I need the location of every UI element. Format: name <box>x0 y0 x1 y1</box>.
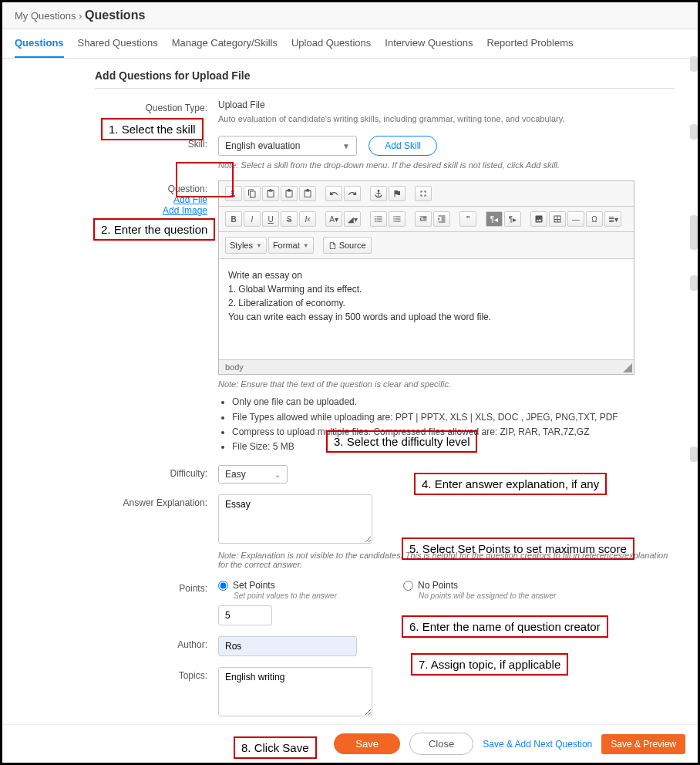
rich-text-editor: B I U S Ix A▾ ◢▾ " ¶◂ <box>218 180 634 375</box>
editor-body[interactable]: Write an essay on 1. Global Warming and … <box>219 259 634 359</box>
bold-icon[interactable]: B <box>225 211 242 227</box>
breadcrumb: My Questions › Questions <box>2 2 698 29</box>
close-button[interactable]: Close <box>409 733 473 755</box>
text-color-icon[interactable]: A▾ <box>325 211 342 227</box>
footer-actions: Save Close Save & Add Next Question Save… <box>2 724 698 763</box>
skill-note: Note: Select a skill from the drop-down … <box>218 160 675 170</box>
special-char-icon[interactable]: Ω <box>586 211 603 227</box>
source-button[interactable]: Source <box>323 237 372 254</box>
indent-icon[interactable] <box>433 211 450 227</box>
undo-icon[interactable] <box>325 186 342 201</box>
bullet-list-icon[interactable] <box>389 211 406 227</box>
numbered-list-icon[interactable] <box>370 211 387 227</box>
resize-grip-icon[interactable] <box>623 363 632 372</box>
add-skill-button[interactable]: Add Skill <box>369 136 437 156</box>
save-add-next-link[interactable]: Save & Add Next Question <box>483 739 592 750</box>
question-type-value: Upload File <box>218 99 675 110</box>
save-preview-button[interactable]: Save & Preview <box>601 734 685 754</box>
paste-icon[interactable] <box>262 186 279 201</box>
topics-field[interactable]: English writing <box>218 667 372 716</box>
label-question-type: Question Type: <box>95 99 218 113</box>
label-difficulty: Difficulty: <box>95 465 218 479</box>
chevron-down-icon: ▼ <box>342 142 350 150</box>
tab-upload-questions[interactable]: Upload Questions <box>291 29 371 58</box>
editor-toolbar-row3: Styles▼ Format▼ Source <box>219 232 634 259</box>
rule-item: File Types allowed while uploading are: … <box>232 410 675 425</box>
add-image-link[interactable]: Add Image <box>163 205 207 216</box>
difficulty-dropdown[interactable]: Easy ⌄ <box>218 465 288 484</box>
editor-status: body <box>219 359 634 374</box>
save-button[interactable]: Save <box>334 733 400 754</box>
breadcrumb-current: Questions <box>85 8 145 22</box>
scroll-indicator <box>690 124 698 140</box>
scroll-indicator <box>690 447 698 462</box>
underline-icon[interactable]: U <box>262 211 279 227</box>
copy-icon[interactable] <box>244 186 261 201</box>
rule-item: Only one file can be uploaded. <box>232 395 675 409</box>
tab-reported-problems[interactable]: Reported Problems <box>486 29 573 58</box>
outdent-icon[interactable] <box>415 211 432 227</box>
tab-interview-questions[interactable]: Interview Questions <box>385 29 473 58</box>
tabs: Questions Shared Questions Manage Catego… <box>2 29 698 59</box>
editor-toolbar-row2: B I U S Ix A▾ ◢▾ " ¶◂ <box>219 207 634 232</box>
maximize-icon[interactable] <box>415 186 432 201</box>
explanation-note: Note: Explanation is not visible to the … <box>218 551 675 569</box>
image-icon[interactable] <box>530 211 547 227</box>
styles-dropdown[interactable]: Styles▼ <box>225 237 267 254</box>
label-topics: Topics: <box>95 667 218 681</box>
question-type-desc: Auto evaluation of candidate's writing s… <box>218 113 675 125</box>
rule-item: File Size: 5 MB <box>232 440 675 454</box>
label-points: Points: <box>95 580 218 594</box>
editor-toolbar-row1 <box>219 181 634 207</box>
skill-selected: English evaluation <box>225 140 300 151</box>
label-skill: Skill: <box>95 136 218 150</box>
hr-icon[interactable]: — <box>567 211 584 227</box>
anchor-icon[interactable] <box>370 186 387 201</box>
question-note: Note: Ensure that the text of the questi… <box>218 379 675 389</box>
chevron-down-icon: ⌄ <box>274 470 281 479</box>
set-points-desc: Set point values to the answer <box>234 591 372 601</box>
label-author: Author: <box>95 636 218 650</box>
author-field[interactable] <box>218 636 357 656</box>
embed-icon[interactable]: ≣▾ <box>604 211 621 227</box>
scroll-indicator <box>690 275 698 291</box>
no-points-desc: No points will be assigned to the answer <box>419 591 557 601</box>
label-answer-explanation: Answer Explanation: <box>95 494 218 508</box>
paste-word-icon[interactable] <box>299 186 316 201</box>
rtl-icon[interactable]: ¶▸ <box>504 211 521 227</box>
points-value-field[interactable] <box>218 605 272 625</box>
rule-item: Compress to upload multiple files. Compr… <box>232 425 675 440</box>
paste-text-icon[interactable] <box>281 186 298 201</box>
upload-rules: Only one file can be uploaded. File Type… <box>232 395 675 454</box>
scroll-indicator <box>690 215 698 250</box>
section-title: Add Questions for Upload File <box>95 69 675 89</box>
strike-icon[interactable]: S <box>281 211 298 227</box>
blockquote-icon[interactable]: " <box>459 211 476 227</box>
tab-shared-questions[interactable]: Shared Questions <box>78 29 158 58</box>
scroll-indicator <box>690 56 698 72</box>
set-points-radio[interactable]: Set Points <box>218 580 372 591</box>
tab-questions[interactable]: Questions <box>15 29 64 58</box>
skill-dropdown[interactable]: English evaluation ▼ <box>218 136 357 156</box>
italic-icon[interactable]: I <box>244 211 261 227</box>
no-points-radio[interactable]: No Points <box>403 580 557 591</box>
table-icon[interactable] <box>549 211 566 227</box>
format-dropdown[interactable]: Format▼ <box>268 237 314 254</box>
breadcrumb-parent[interactable]: My Questions <box>15 10 76 22</box>
breadcrumb-sep: › <box>79 10 82 22</box>
bg-color-icon[interactable]: ◢▾ <box>344 211 361 227</box>
add-file-link[interactable]: Add File <box>173 194 207 205</box>
label-question: Question: <box>95 184 207 194</box>
remove-format-icon[interactable]: Ix <box>299 211 316 227</box>
ltr-icon[interactable]: ¶◂ <box>486 211 503 227</box>
answer-explanation-field[interactable]: Essay <box>218 494 372 544</box>
flag-icon[interactable] <box>389 186 406 201</box>
redo-icon[interactable] <box>344 186 361 201</box>
cut-icon[interactable] <box>225 186 242 201</box>
tab-manage-category[interactable]: Manage Category/Skills <box>172 29 278 58</box>
